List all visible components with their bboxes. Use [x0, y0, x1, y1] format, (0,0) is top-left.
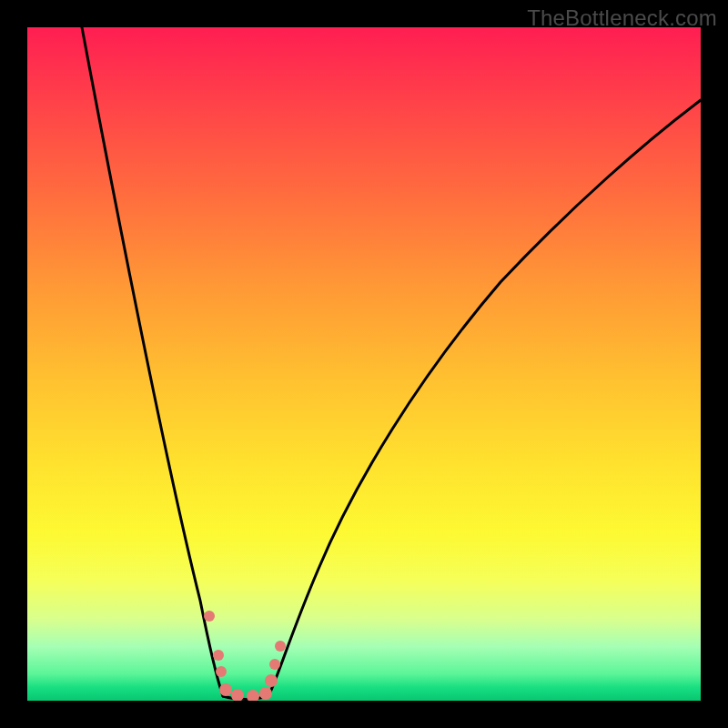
data-marker	[216, 666, 227, 677]
data-marker	[247, 690, 259, 701]
data-marker	[219, 683, 232, 696]
outer-frame: TheBottleneck.com	[0, 0, 728, 728]
curve-left-branch	[82, 27, 223, 696]
curve-right-branch	[268, 100, 701, 696]
data-marker	[204, 611, 215, 622]
data-marker	[213, 650, 224, 661]
curve-group	[82, 27, 701, 700]
data-marker	[275, 641, 286, 652]
data-marker	[269, 659, 280, 670]
chart-svg	[27, 27, 701, 701]
data-marker	[265, 674, 278, 687]
watermark-text: TheBottleneck.com	[527, 5, 717, 31]
data-marker	[231, 689, 244, 701]
data-marker	[259, 687, 272, 700]
